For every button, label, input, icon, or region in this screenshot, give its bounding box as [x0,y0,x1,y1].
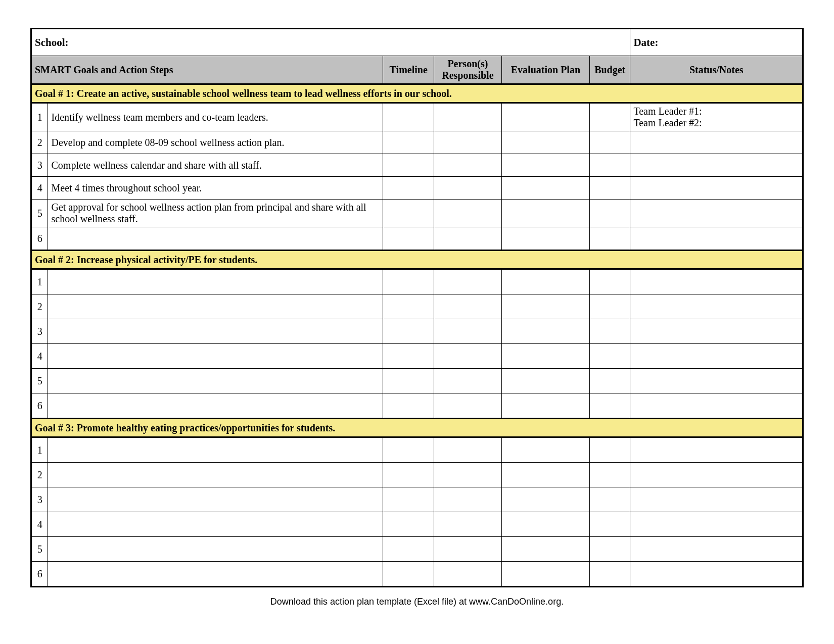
goal-3-title: Goal # 3: Promote healthy eating practic… [31,419,803,437]
cell-timeline [383,177,434,200]
cell-eval [501,269,589,294]
cell-timeline [383,294,434,319]
step-desc [48,319,383,344]
step-number: 4 [31,344,48,369]
cell-person [434,269,501,294]
cell-budget [589,437,630,463]
cell-person [434,177,501,200]
step-number: 4 [31,177,48,200]
table-row: 2 [31,294,803,319]
table-row: 6 [31,227,803,251]
goal-3-header: Goal # 3: Promote healthy eating practic… [31,419,803,437]
cell-person [434,463,501,487]
cell-status [630,369,803,393]
cell-status [630,154,803,177]
step-desc [48,269,383,294]
col-steps: SMART Goals and Action Steps [31,56,383,84]
cell-budget [589,319,630,344]
cell-person [434,393,501,419]
goal-2-header: Goal # 2: Increase physical activity/PE … [31,251,803,269]
cell-person [434,200,501,227]
step-desc: Meet 4 times throughout school year. [48,177,383,200]
cell-timeline [383,154,434,177]
cell-status [630,463,803,487]
cell-timeline [383,227,434,251]
step-number: 3 [31,154,48,177]
step-desc [48,463,383,487]
table-row: 4 [31,344,803,369]
step-desc [48,294,383,319]
cell-status [630,537,803,562]
cell-timeline [383,269,434,294]
cell-budget [589,512,630,537]
step-number: 6 [31,562,48,587]
header-row: School: Date: [31,29,803,56]
cell-eval [501,227,589,251]
cell-eval [501,463,589,487]
cell-status [630,131,803,154]
cell-budget [589,487,630,512]
step-desc [48,227,383,251]
step-desc [48,537,383,562]
cell-person [434,294,501,319]
step-desc: Get approval for school wellness action … [48,200,383,227]
cell-timeline [383,487,434,512]
cell-budget [589,344,630,369]
cell-eval [501,512,589,537]
cell-status [630,562,803,587]
step-desc: Develop and complete 08-09 school wellne… [48,131,383,154]
table-row: 5 Get approval for school wellness actio… [31,200,803,227]
cell-eval [501,393,589,419]
footer-text: Download this action plan template (Exce… [30,597,804,607]
step-desc [48,344,383,369]
cell-status [630,487,803,512]
cell-status [630,269,803,294]
cell-timeline [383,131,434,154]
cell-status [630,512,803,537]
step-desc [48,562,383,587]
cell-status [630,227,803,251]
step-desc: Complete wellness calendar and share wit… [48,154,383,177]
table-row: 5 [31,369,803,393]
column-header-row: SMART Goals and Action Steps Timeline Pe… [31,56,803,84]
cell-person [434,344,501,369]
step-number: 2 [31,294,48,319]
page: School: Date: SMART Goals and Action Ste… [0,0,834,644]
step-desc [48,437,383,463]
cell-budget [589,131,630,154]
cell-status [630,393,803,419]
goal-1-header: Goal # 1: Create an active, sustainable … [31,84,803,103]
cell-eval [501,562,589,587]
cell-eval [501,200,589,227]
cell-timeline [383,344,434,369]
cell-eval [501,319,589,344]
cell-eval [501,437,589,463]
step-desc [48,512,383,537]
cell-eval [501,344,589,369]
col-status: Status/Notes [630,56,803,84]
step-number: 6 [31,227,48,251]
col-budget: Budget [589,56,630,84]
table-row: 2 [31,463,803,487]
col-eval: Evaluation Plan [501,56,589,84]
cell-budget [589,227,630,251]
cell-person [434,319,501,344]
cell-budget [589,463,630,487]
cell-person [434,537,501,562]
cell-person [434,562,501,587]
table-row: 3 [31,319,803,344]
cell-budget [589,369,630,393]
cell-eval [501,131,589,154]
cell-budget [589,200,630,227]
cell-status [630,294,803,319]
cell-person [434,103,501,131]
cell-budget [589,294,630,319]
step-number: 3 [31,487,48,512]
table-row: 2 Develop and complete 08-09 school well… [31,131,803,154]
cell-eval [501,103,589,131]
cell-status [630,437,803,463]
cell-timeline [383,369,434,393]
step-number: 5 [31,200,48,227]
cell-timeline [383,103,434,131]
cell-budget [589,177,630,200]
